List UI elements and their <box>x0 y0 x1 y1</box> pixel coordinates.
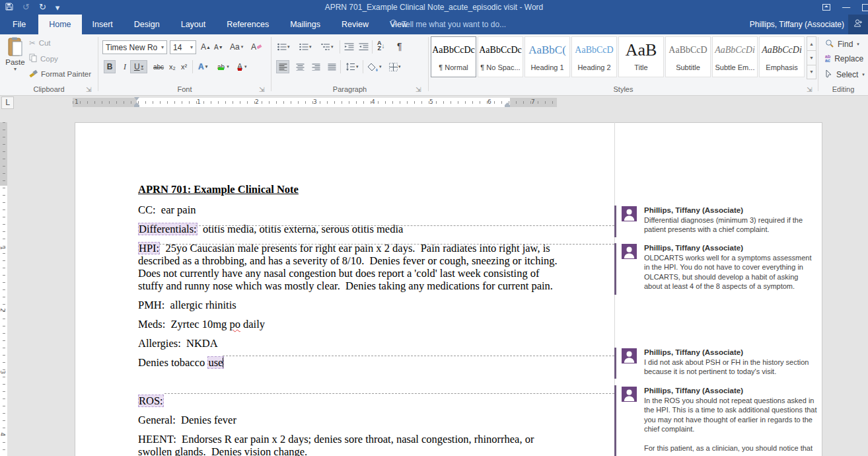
minimize-icon[interactable]: — <box>842 0 850 15</box>
document-line[interactable]: swollen glands. Denies vision change. <box>138 445 558 456</box>
line-spacing-button[interactable]: ▾ <box>344 60 360 73</box>
shading-button[interactable]: ▾ <box>367 60 383 73</box>
document-text[interactable]: APRN 701: Example Clinical NoteCC: ear p… <box>138 183 558 456</box>
comment-highlighted-text: Differentials: <box>138 223 198 235</box>
ruler-number: 1 <box>0 246 6 250</box>
multilevel-list-icon <box>321 43 330 51</box>
style-subtitle[interactable]: AaBbCcDSubtitle <box>665 36 711 77</box>
document-line[interactable]: ROS: <box>138 395 558 407</box>
document-line[interactable]: CC: ear pain <box>138 204 558 216</box>
ribbon-display-options-icon[interactable] <box>822 4 830 11</box>
borders-button[interactable]: ▾ <box>388 60 402 73</box>
style-emphasis[interactable]: AaBbCcDiEmphasis <box>759 36 805 77</box>
clipboard-dialog-launcher[interactable]: ⇲ <box>86 86 91 93</box>
tab-mailings[interactable]: Mailings <box>279 15 331 34</box>
bullets-button[interactable]: ▾ <box>276 40 291 54</box>
document-line[interactable]: described as a throbbing, and has a seve… <box>138 254 558 267</box>
sort-button[interactable]: AZ ↓ <box>376 39 386 52</box>
paste-dropdown-icon[interactable]: ▾ <box>3 66 28 72</box>
document-line[interactable]: APRN 701: Example Clinical Note <box>138 183 558 196</box>
select-button[interactable]: Select▾ <box>825 69 865 80</box>
bold-button[interactable]: B <box>104 60 116 73</box>
tab-stop-selector[interactable]: L <box>1 96 14 109</box>
show-hide-pilcrow-button[interactable]: ¶ <box>396 40 404 53</box>
clear-formatting-button[interactable]: A <box>249 40 264 54</box>
style-subtle-em-[interactable]: AaBbCcDiSubtle Em... <box>712 36 758 77</box>
align-right-button[interactable] <box>308 60 324 73</box>
decrease-indent-button[interactable] <box>343 40 355 54</box>
comment-card-4[interactable]: Phillips, Tiffany (Associate)In the ROS … <box>622 386 820 453</box>
paste-button[interactable]: Paste ▾ <box>3 37 28 86</box>
comment-card-2[interactable]: Phillips, Tiffany (Associate)OLDCARTS wo… <box>622 243 820 291</box>
increase-indent-button[interactable] <box>357 40 370 54</box>
find-magnifier-icon <box>825 39 834 50</box>
account-name[interactable]: Phillips, Tiffany (Associate) <box>750 15 844 34</box>
text-effects-button[interactable]: A▾ <box>196 60 209 73</box>
styles-dialog-launcher[interactable]: ⇲ <box>807 86 812 93</box>
document-line[interactable]: General: Denies fever <box>138 414 558 426</box>
document-line[interactable]: PMH: allergic rhinitis <box>138 299 558 311</box>
text-highlight-button[interactable]: ab▾ <box>215 60 231 73</box>
replace-icon: abac <box>825 55 830 63</box>
text-run: APRN 701: Example Clinical Note <box>138 183 299 196</box>
format-painter-button[interactable]: Format Painter <box>29 69 91 79</box>
style-heading-1[interactable]: AaBbC(Heading 1 <box>524 36 570 77</box>
font-color-button[interactable]: A▾ <box>235 60 249 73</box>
style--normal[interactable]: AaBbCcDc¶ Normal <box>431 36 476 77</box>
align-center-button[interactable] <box>292 60 308 73</box>
styles-scroll-down-icon[interactable]: ▼ <box>807 50 816 65</box>
justify-button[interactable] <box>324 60 340 73</box>
comment-anchor-bar <box>614 348 616 379</box>
paragraph-dialog-launcher[interactable]: ⇲ <box>416 86 421 93</box>
subscript-button[interactable]: x₂ <box>167 60 178 73</box>
document-line[interactable]: stuffy and runny nose which was mostly c… <box>138 280 558 292</box>
styles-scroll-up-icon[interactable]: ▲ <box>807 36 816 51</box>
document-line[interactable]: Differentials: otitis media, otitis exte… <box>138 223 558 235</box>
vertical-ruler[interactable]: 1234 <box>0 122 7 456</box>
font-size-combobox[interactable]: 14▾ <box>170 40 196 54</box>
underline-button[interactable]: U▾ <box>130 60 147 73</box>
find-button[interactable]: Find▾ <box>825 39 859 50</box>
shrink-font-button[interactable]: A▼ <box>212 40 225 54</box>
share-button[interactable] <box>848 15 868 34</box>
style-heading-2[interactable]: AaBbCcDHeading 2 <box>571 36 617 77</box>
line-spacing-icon <box>345 63 355 71</box>
style--no-spac-[interactable]: AaBbCcDc¶ No Spac... <box>478 36 523 77</box>
numbering-button[interactable]: ▾ <box>298 40 313 54</box>
tell-me-box[interactable]: Tell me what you want to do... <box>390 15 506 34</box>
replace-button[interactable]: abac Replace <box>825 54 863 63</box>
cut-button[interactable]: ✂ Cut <box>29 38 51 48</box>
left-indent-marker[interactable] <box>134 105 139 107</box>
font-name-combobox[interactable]: Times New Ro▾ <box>102 40 167 54</box>
document-line[interactable]: Allergies: NKDA <box>138 337 558 350</box>
copy-button[interactable]: Copy <box>29 54 58 63</box>
tab-home[interactable]: Home <box>38 15 81 34</box>
align-left-button[interactable] <box>276 60 289 73</box>
comment-card-1[interactable]: Phillips, Tiffany (Associate)Differentia… <box>622 206 820 235</box>
document-line[interactable]: Does not currently have any nasal conges… <box>138 267 558 280</box>
font-dialog-launcher[interactable]: ⇲ <box>259 86 264 93</box>
grow-font-button[interactable]: A▲ <box>199 40 213 54</box>
change-case-button[interactable]: Aa▾ <box>228 40 245 54</box>
document-line[interactable]: HEENT: Endorses R ear pain x 2 days; den… <box>138 433 558 445</box>
ruler-number: 5 <box>429 98 433 105</box>
styles-gallery-more-icon[interactable]: ▼ <box>807 65 816 79</box>
italic-button[interactable]: I <box>118 60 131 73</box>
multilevel-list-button[interactable]: ▾ <box>320 40 335 54</box>
tab-layout[interactable]: Layout <box>170 15 217 34</box>
tab-file[interactable]: File <box>0 15 38 34</box>
strikethrough-button[interactable]: abc <box>151 60 166 73</box>
tab-review[interactable]: Review <box>331 15 379 34</box>
restore-icon[interactable] <box>862 4 868 11</box>
document-line[interactable]: Meds: Zyrtec 10mg po daily <box>138 318 558 330</box>
comment-card-3[interactable]: Phillips, Tiffany (Associate)I did not a… <box>622 348 820 377</box>
superscript-button[interactable]: x² <box>179 60 189 73</box>
document-line[interactable]: Denies tobacco use <box>138 356 558 369</box>
first-line-indent-marker[interactable] <box>134 97 139 100</box>
tab-insert[interactable]: Insert <box>82 15 124 34</box>
tab-design[interactable]: Design <box>124 15 170 34</box>
tab-references[interactable]: References <box>216 15 279 34</box>
ruler-number: 7 <box>531 98 535 105</box>
horizontal-ruler[interactable]: 11234567 <box>73 98 557 107</box>
style-title[interactable]: AaBTitle <box>618 36 664 77</box>
